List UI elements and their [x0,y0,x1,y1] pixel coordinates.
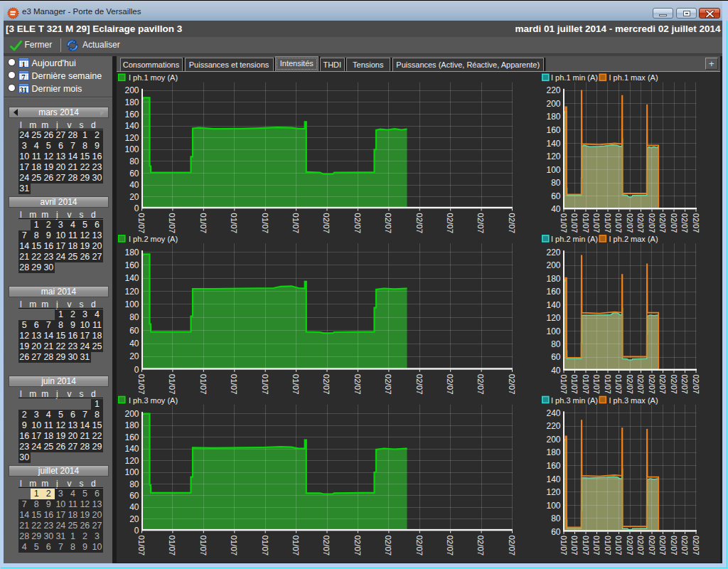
svg-text:02/07: 02/07 [353,374,362,395]
svg-text:02/07: 02/07 [353,535,362,555]
svg-text:01/07: 01/07 [570,536,579,555]
svg-text:200: 200 [546,260,560,270]
svg-text:02/07: 02/07 [692,536,700,555]
svg-text:200: 200 [124,85,139,95]
svg-text:01/07: 01/07 [230,535,238,555]
svg-text:01/07: 01/07 [582,213,590,233]
svg-text:02/07: 02/07 [670,374,678,394]
svg-text:02/07: 02/07 [680,536,689,555]
svg-text:240: 240 [546,408,560,418]
svg-text:01/07: 01/07 [614,536,623,555]
svg-text:02/07: 02/07 [476,213,485,233]
svg-text:02/07: 02/07 [415,535,424,555]
svg-text:02/07: 02/07 [353,213,362,233]
svg-text:40: 40 [129,339,139,349]
svg-text:01/07: 01/07 [230,213,238,233]
svg-text:01/07: 01/07 [137,374,146,395]
svg-text:02/07: 02/07 [508,213,516,233]
svg-text:120: 120 [124,287,139,297]
svg-text:20: 20 [129,351,139,361]
svg-text:01/07: 01/07 [560,536,568,555]
svg-text:02/07: 02/07 [626,213,634,233]
svg-text:01/07: 01/07 [168,374,176,395]
svg-text:02/07: 02/07 [446,213,454,233]
svg-text:100: 100 [124,467,139,477]
svg-text:80: 80 [129,479,139,489]
svg-text:02/07: 02/07 [658,374,667,394]
svg-text:01/07: 01/07 [570,374,579,394]
svg-text:I ph.1 max (A): I ph.1 max (A) [609,73,658,82]
svg-text:I ph.3 max (A): I ph.3 max (A) [609,396,658,405]
svg-text:0: 0 [134,526,139,536]
svg-text:02/07: 02/07 [508,374,516,395]
svg-text:01/07: 01/07 [261,374,269,395]
svg-text:01/07: 01/07 [261,535,269,555]
svg-text:02/07: 02/07 [384,535,392,555]
svg-text:02/07: 02/07 [636,213,645,233]
svg-text:02/07: 02/07 [636,536,645,555]
svg-text:02/07: 02/07 [384,213,392,233]
svg-text:02/07: 02/07 [415,213,424,233]
svg-text:01/07: 01/07 [230,374,238,395]
svg-text:02/07: 02/07 [648,213,656,233]
svg-text:180: 180 [546,112,560,122]
svg-text:100: 100 [546,165,560,175]
svg-text:02/07: 02/07 [670,536,678,555]
svg-text:80: 80 [129,312,139,322]
svg-text:180: 180 [124,420,139,430]
svg-text:01/07: 01/07 [291,213,300,233]
svg-text:200: 200 [546,99,560,109]
svg-text:01/07: 01/07 [592,536,601,555]
svg-text:01/07: 01/07 [199,213,208,233]
svg-text:100: 100 [546,326,560,336]
svg-text:120: 120 [546,487,560,497]
svg-text:60: 60 [551,191,561,201]
svg-text:02/07: 02/07 [658,213,667,233]
svg-text:02/07: 02/07 [322,374,331,395]
svg-text:02/07: 02/07 [648,536,656,555]
svg-text:01/07: 01/07 [560,213,568,233]
svg-text:120: 120 [124,133,139,143]
svg-text:100: 100 [124,144,139,154]
svg-text:160: 160 [546,125,560,135]
svg-text:200: 200 [124,409,139,419]
svg-text:140: 140 [546,474,560,484]
svg-text:I ph.2 moy (A): I ph.2 moy (A) [129,235,178,243]
svg-text:02/07: 02/07 [322,535,331,555]
svg-text:02/07: 02/07 [648,374,656,394]
svg-text:01/07: 01/07 [614,213,623,233]
svg-text:160: 160 [546,287,560,297]
svg-text:I ph.3 min (A): I ph.3 min (A) [551,396,598,405]
svg-text:01/07: 01/07 [199,374,208,395]
svg-text:120: 120 [546,151,560,161]
svg-text:02/07: 02/07 [415,374,424,395]
svg-text:60: 60 [129,169,139,179]
svg-text:80: 80 [129,156,139,166]
svg-text:01/07: 01/07 [199,535,208,555]
svg-text:01/07: 01/07 [560,374,568,394]
svg-text:02/07: 02/07 [636,374,645,394]
svg-text:01/07: 01/07 [592,213,601,233]
svg-text:140: 140 [124,273,139,283]
svg-text:02/07: 02/07 [446,535,454,555]
svg-text:80: 80 [551,339,561,349]
svg-text:01/07: 01/07 [570,213,579,233]
svg-text:01/07: 01/07 [137,535,146,555]
svg-text:60: 60 [551,352,561,362]
svg-text:180: 180 [124,248,139,257]
svg-text:160: 160 [124,432,139,442]
svg-text:160: 160 [546,461,560,471]
svg-text:02/07: 02/07 [692,213,700,233]
svg-text:180: 180 [546,274,560,284]
svg-text:200: 200 [546,435,560,445]
svg-text:220: 220 [546,248,560,257]
svg-text:01/07: 01/07 [592,374,601,394]
svg-text:20: 20 [129,192,139,202]
svg-text:01/07: 01/07 [168,213,176,233]
svg-text:40: 40 [129,502,139,512]
svg-text:60: 60 [129,326,139,336]
svg-text:02/07: 02/07 [670,213,678,233]
svg-text:100: 100 [546,501,560,511]
svg-text:I ph.1 moy (A): I ph.1 moy (A) [129,73,178,82]
svg-text:01/07: 01/07 [604,374,612,394]
